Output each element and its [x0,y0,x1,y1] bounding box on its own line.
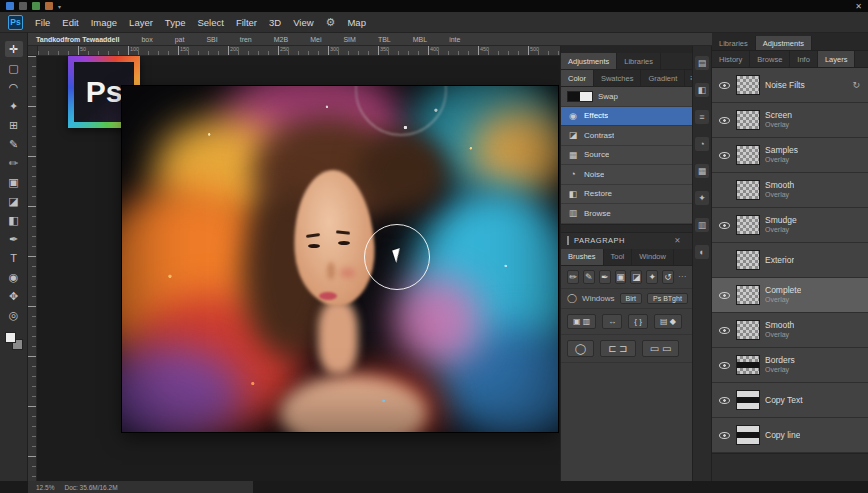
tab-libraries[interactable]: Libraries [617,53,661,69]
close-icon[interactable]: ✕ [855,2,862,11]
layer-row[interactable]: Copy line [712,418,868,453]
layer-thumbnail[interactable] [736,250,760,270]
move-tool-icon[interactable]: ✛ [5,41,23,57]
canvas-area[interactable]: Ps [28,56,560,481]
texture-buttons[interactable]: ▣ ▥ [567,314,596,329]
zoom-level[interactable]: 12.5% [36,484,54,491]
chevron-down-icon[interactable]: ▾ [58,3,61,10]
pen-tool-icon[interactable]: ✒ [5,231,23,247]
option-token[interactable]: tren [240,36,252,43]
visibility-eye-icon[interactable] [717,358,731,372]
layer-thumbnail[interactable] [736,320,760,340]
pen-icon[interactable]: ✒ [599,270,611,284]
tab-adjustments[interactable]: Adjustments [756,36,812,50]
type-tool-icon[interactable]: T [5,250,23,266]
layer-thumbnail[interactable] [736,425,760,445]
shape-buttons[interactable]: ▤ ◆ [654,314,682,329]
arrow-button[interactable]: ↔ [602,314,622,329]
menu-view[interactable]: View [293,17,313,28]
eraser-icon[interactable]: ◪ [630,270,642,284]
option-token[interactable]: MBL [413,36,427,43]
visibility-eye-icon[interactable] [717,393,731,407]
tab-brushes[interactable]: Brushes [561,249,604,265]
option-token[interactable]: inte [449,36,460,43]
visibility-eye-icon[interactable] [717,253,731,267]
flat-brush-buttons[interactable]: ▭ ▭ [642,340,680,357]
panel-icon-gradient[interactable]: ◧ [695,83,709,97]
foreground-color-swatch[interactable] [5,332,16,343]
menu-filter[interactable]: Filter [236,17,257,28]
value-button[interactable]: Birt [620,293,643,304]
visibility-eye-icon[interactable] [717,113,731,127]
tab-layers[interactable]: Layers [818,51,856,67]
layer-thumbnail[interactable] [736,355,760,375]
layer-row[interactable]: Exterior [712,243,868,278]
bracket-button[interactable]: ⊏ ⊐ [600,340,636,357]
tab-tool[interactable]: Tool [604,249,633,265]
tab-color[interactable]: Color [561,70,594,86]
visibility-eye-icon[interactable] [717,428,731,442]
layer-row[interactable]: SmoothOverlay [712,173,868,208]
option-token[interactable]: M2B [274,36,288,43]
menu-file[interactable]: File [35,17,50,28]
panel-icon-styles[interactable]: ✦ [695,191,709,205]
tab-info[interactable]: Info [790,51,818,67]
round-brush-button[interactable]: ◯ [567,340,594,357]
option-token[interactable]: SIM [343,36,355,43]
tab-window[interactable]: Window [632,249,674,265]
app-icon[interactable] [6,2,14,10]
adjustment-item[interactable]: Swap [561,87,692,107]
brush-tool-icon[interactable]: ✏ [5,155,23,171]
color-swatches[interactable] [5,332,23,350]
panel-icon-channels[interactable]: ▥ [695,218,709,232]
adjustment-item[interactable]: ▦ Source [561,146,692,166]
layer-row[interactable]: BordersOverlay [712,348,868,383]
value-button[interactable]: Ps BTght [647,293,688,304]
panel-icon-patterns[interactable]: ▦ [695,164,709,178]
adjustment-item[interactable]: ◔ Noise [561,165,692,185]
menu-select[interactable]: Select [197,17,223,28]
gradient-tool-icon[interactable]: ◧ [5,212,23,228]
option-token[interactable]: TBL [378,36,391,43]
eraser-tool-icon[interactable]: ◪ [5,193,23,209]
adjustment-item[interactable]: ◪ Contrast [561,126,692,146]
layer-row-selected[interactable]: CompleteOverlay [712,278,868,313]
menu-map[interactable]: Map [347,17,365,28]
adjustment-item[interactable]: ◧ Restore [561,185,692,205]
visibility-eye-icon[interactable] [717,183,731,197]
tab-swatches[interactable]: Swatches [594,70,642,86]
layer-row[interactable]: ScreenOverlay [712,103,868,138]
visibility-eye-icon[interactable] [717,78,731,92]
close-icon[interactable]: ✕ [669,236,686,245]
bracket-buttons[interactable]: { } [628,314,648,329]
menu-layer[interactable]: Layer [129,17,153,28]
marquee-tool-icon[interactable]: ▢ [5,60,23,76]
eyedropper-tool-icon[interactable]: ✎ [5,136,23,152]
tool-preset-label[interactable]: Tandkodfrom Tewaaddell [36,36,119,43]
visibility-eye-icon[interactable] [717,323,731,337]
workspace-icon[interactable] [32,2,40,10]
panel-icon-swatches[interactable]: ▤ [695,56,709,70]
option-token[interactable]: SBI [206,36,217,43]
artwork-image[interactable] [122,86,558,432]
menu-type[interactable]: Type [165,17,186,28]
layer-thumbnail[interactable] [736,390,760,410]
panel-icon-histogram[interactable]: ◔ [695,137,709,151]
menu-edit[interactable]: Edit [62,17,78,28]
more-icon[interactable]: ⋯ [678,272,686,281]
share-icon[interactable] [45,2,53,10]
zoom-tool-icon[interactable]: ◎ [5,307,23,323]
tab-gradient[interactable]: Gradient [641,70,685,86]
layer-row[interactable]: SamplesOverlay [712,138,868,173]
refresh-icon[interactable]: ↻ [852,80,863,90]
layer-thumbnail[interactable] [736,75,760,95]
layer-row[interactable]: Copy Text [712,383,868,418]
option-token[interactable]: box [141,36,152,43]
panel-icon-properties[interactable]: ≡ [695,110,709,124]
visibility-eye-icon[interactable] [717,218,731,232]
crop-tool-icon[interactable]: ⊞ [5,117,23,133]
gear-icon[interactable]: ⚙ [326,16,336,29]
menu-image[interactable]: Image [91,17,117,28]
option-token[interactable]: Mei [310,36,321,43]
clone-stamp-tool-icon[interactable]: ▣ [5,174,23,190]
